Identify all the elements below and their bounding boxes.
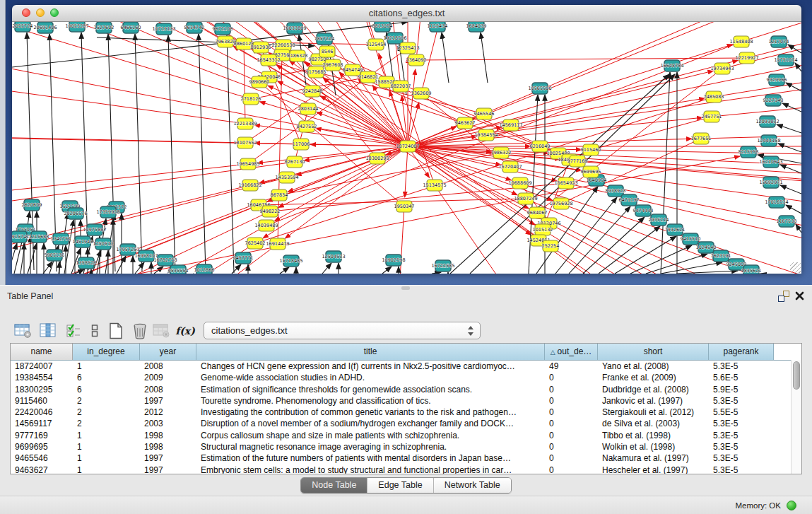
graph-node[interactable]: 9115460 bbox=[581, 144, 601, 156]
table-row[interactable]: 977716911998Corpus callosum shape and si… bbox=[11, 430, 801, 441]
graph-node[interactable]: 15134575 bbox=[423, 180, 446, 191]
show-columns-icon[interactable] bbox=[38, 321, 58, 341]
graph-node[interactable]: 9227343 bbox=[763, 95, 784, 106]
graph-node[interactable]: 1012866 bbox=[194, 264, 215, 274]
table-vertical-scrollbar[interactable] bbox=[791, 360, 801, 474]
graph-node[interactable]: 7485083 bbox=[704, 91, 724, 103]
graph-node[interactable]: 15692971 bbox=[759, 177, 782, 188]
graph-node[interactable]: 1125454 bbox=[366, 39, 387, 50]
graph-node[interactable]: 17016534 bbox=[765, 197, 788, 208]
column-header-year[interactable]: year bbox=[140, 344, 196, 360]
graph-node[interactable]: 1451943 bbox=[73, 236, 93, 247]
graph-node[interactable]: 9498222 bbox=[260, 206, 281, 217]
graph-node[interactable]: 14353594 bbox=[275, 172, 298, 183]
close-panel-icon[interactable] bbox=[795, 291, 805, 300]
graph-node[interactable]: 16722585 bbox=[431, 260, 454, 271]
window-resize-grip[interactable] bbox=[790, 262, 801, 273]
graph-node[interactable]: 12504513 bbox=[322, 251, 345, 262]
graph-node[interactable]: 15720407 bbox=[498, 161, 522, 173]
graph-node[interactable]: 12219927 bbox=[735, 52, 758, 64]
graph-node[interactable]: 10053287 bbox=[65, 22, 88, 32]
graph-node[interactable]: 1684039 bbox=[466, 22, 487, 32]
graph-node[interactable]: 16210643 bbox=[759, 156, 782, 168]
graph-node[interactable]: 9474444 bbox=[633, 205, 654, 216]
column-header-title[interactable]: title bbox=[196, 344, 545, 360]
graph-node[interactable]: 9242848 bbox=[302, 86, 323, 97]
column-header-name[interactable]: name bbox=[11, 344, 73, 360]
graph-node[interactable]: 2055724 bbox=[13, 22, 33, 32]
graph-node[interactable]: 18107552 bbox=[233, 137, 257, 148]
graph-node[interactable]: 15751074 bbox=[774, 54, 797, 66]
graph-node[interactable]: 8546 bbox=[319, 46, 335, 57]
graph-node[interactable]: 7932621 bbox=[665, 224, 686, 235]
table-settings-icon[interactable] bbox=[13, 321, 33, 341]
graph-node[interactable]: 1364092 bbox=[406, 54, 427, 66]
network-window[interactable]: citations_edges.txt 20557242069140610053… bbox=[12, 5, 801, 273]
graph-node[interactable]: 10902598 bbox=[382, 255, 405, 266]
table-row[interactable]: 946554611997Estimation of the future num… bbox=[11, 452, 801, 464]
graph-node[interactable]: 1125434 bbox=[428, 22, 448, 32]
graph-node[interactable]: 9684067 bbox=[527, 207, 548, 218]
graph-node[interactable]: 14039489 bbox=[254, 220, 278, 231]
graph-node[interactable]: 1362609 bbox=[411, 88, 432, 99]
graph-node[interactable]: 14569117 bbox=[499, 119, 522, 131]
graph-node[interactable]: 8186328 bbox=[288, 50, 308, 62]
float-panel-icon[interactable] bbox=[778, 291, 789, 302]
graph-node[interactable]: 12213389 bbox=[233, 118, 257, 129]
table-row[interactable]: 2242004622012Investigating the contribut… bbox=[11, 407, 801, 418]
table-selector[interactable]: citations_edges.txt bbox=[204, 322, 481, 339]
graph-node[interactable]: 867834 bbox=[271, 189, 288, 201]
graph-node[interactable]: 1167533 bbox=[777, 216, 797, 227]
graph-node[interactable]: 8813054 bbox=[372, 22, 393, 32]
table-row[interactable]: 969969511998Structural magnetic resonanc… bbox=[11, 441, 801, 452]
graph-node[interactable]: 1342757 bbox=[51, 233, 71, 245]
graph-node[interactable]: 7963822 bbox=[216, 36, 236, 47]
graph-node[interactable]: 2718126 bbox=[241, 93, 261, 105]
table-row[interactable]: 1938455462009Genome-wide association stu… bbox=[11, 372, 801, 383]
graph-node[interactable]: 1677651 bbox=[691, 133, 712, 144]
function-fx-icon[interactable]: f(x) bbox=[175, 321, 195, 341]
graph-node[interactable]: 8634742 bbox=[184, 22, 205, 33]
graph-node[interactable]: 19384554 bbox=[474, 129, 498, 141]
table-row[interactable]: 946362711997Embryonic stem cells: a mode… bbox=[11, 465, 801, 474]
graph-node[interactable]: 3915741 bbox=[12, 231, 29, 243]
graph-node[interactable]: 10565500 bbox=[528, 83, 551, 94]
graph-node[interactable]: 1215688 bbox=[29, 231, 49, 243]
graph-node[interactable]: 8267130 bbox=[285, 156, 305, 168]
tab-edge-table[interactable]: Edge Table bbox=[367, 478, 433, 493]
graph-node[interactable]: 6466160 bbox=[121, 22, 141, 33]
graph-node[interactable]: 8427552 bbox=[297, 121, 317, 132]
graph-node[interactable]: 9175685 bbox=[306, 66, 326, 78]
delete-trash-icon[interactable] bbox=[130, 321, 150, 341]
graph-node[interactable]: 9777169 bbox=[567, 156, 588, 167]
graph-node[interactable]: 15654923 bbox=[554, 177, 577, 189]
toggle-rows-icon[interactable] bbox=[85, 321, 105, 341]
graph-node[interactable]: 8215958 bbox=[739, 146, 759, 158]
graph-node[interactable]: 15718485 bbox=[279, 255, 302, 267]
graph-node[interactable]: 9535554 bbox=[168, 265, 189, 274]
graph-node[interactable]: 6216049 bbox=[530, 141, 551, 152]
column-header-pagerank[interactable]: pagerank bbox=[709, 344, 774, 360]
graph-node[interactable]: 2803144 bbox=[298, 103, 319, 115]
table-row[interactable]: 1872400712008Changes of HCN gene express… bbox=[11, 361, 801, 372]
graph-node[interactable]: 9463627 bbox=[455, 117, 476, 129]
graph-node[interactable]: 10719133 bbox=[152, 23, 175, 35]
network-canvas[interactable]: 2055724206914061005328715276026466160107… bbox=[12, 22, 801, 274]
graph-node[interactable]: 1835621 bbox=[741, 265, 762, 274]
graph-node[interactable]: 5905135 bbox=[45, 250, 65, 261]
graph-node[interactable]: 9699695 bbox=[581, 166, 601, 177]
column-header-in_degree[interactable]: in_degree bbox=[73, 344, 140, 360]
graph-node[interactable]: 9457771 bbox=[233, 252, 254, 264]
graph-node[interactable]: 2457751 bbox=[702, 111, 722, 122]
scrollbar-thumb[interactable] bbox=[793, 361, 800, 390]
table-row[interactable]: 1456911722003Disruption of a novel membe… bbox=[11, 418, 801, 429]
graph-node[interactable]: 12093832 bbox=[755, 116, 779, 127]
graph-node[interactable]: 2935114 bbox=[649, 214, 669, 226]
graph-node[interactable]: 7623391 bbox=[711, 250, 731, 262]
column-header-out_de[interactable]: △out_de… bbox=[545, 344, 598, 360]
graph-node[interactable]: 1015132 bbox=[533, 224, 553, 235]
graph-node[interactable]: 1217074 bbox=[769, 36, 789, 47]
graph-node[interactable]: 19654985 bbox=[236, 158, 259, 170]
graph-node[interactable]: 117006 bbox=[293, 139, 310, 150]
graph-node[interactable]: 1250513 bbox=[93, 238, 114, 250]
